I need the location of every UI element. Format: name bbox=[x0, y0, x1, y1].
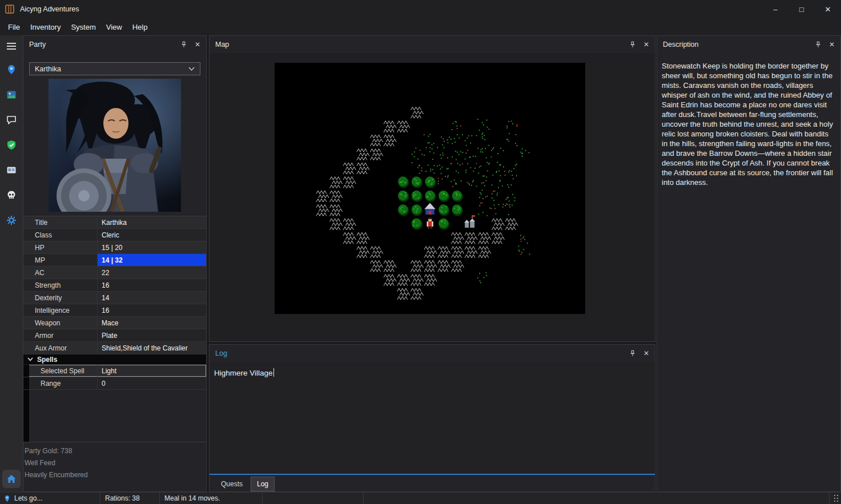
description-view: Stonewatch Keep is holding the border to… bbox=[657, 53, 840, 491]
status-rations-text: Rations: 38 bbox=[105, 494, 140, 502]
map-canvas[interactable] bbox=[275, 63, 585, 314]
skull-button[interactable] bbox=[0, 183, 23, 208]
location-pin-icon bbox=[3, 495, 11, 502]
party-panel-header[interactable]: Party ✕ bbox=[23, 36, 206, 53]
status-empty-section-1 bbox=[263, 493, 364, 504]
log-panel-header[interactable]: Log ✕ bbox=[210, 345, 655, 362]
stat-value[interactable]: 0 bbox=[98, 377, 206, 389]
gear-icon bbox=[6, 215, 17, 225]
map-pin-button[interactable] bbox=[0, 57, 23, 82]
id-card-button[interactable] bbox=[0, 158, 23, 183]
character-select-value: Karthika bbox=[35, 65, 188, 73]
party-footer-well-feed: Well Feed bbox=[23, 457, 206, 469]
minimize-button[interactable]: – bbox=[762, 0, 788, 18]
menu-file[interactable]: File bbox=[3, 20, 25, 34]
stat-row-class[interactable]: ClassCleric bbox=[23, 229, 206, 241]
description-panel-header[interactable]: Description ✕ bbox=[657, 36, 840, 53]
spells-category-row[interactable]: Spells bbox=[23, 354, 206, 365]
status-activity: Lets go... bbox=[0, 493, 100, 504]
settings-button[interactable] bbox=[0, 208, 23, 233]
stat-row-intelligence[interactable]: Intelligence16 bbox=[23, 304, 206, 317]
menu-system[interactable]: System bbox=[66, 20, 100, 34]
home-button[interactable] bbox=[2, 470, 21, 488]
log-tabstrip: QuestsLog bbox=[210, 475, 655, 491]
close-button[interactable]: ✕ bbox=[815, 0, 841, 18]
menu-help[interactable]: Help bbox=[127, 20, 153, 34]
stat-label: Selected Spell bbox=[29, 365, 98, 377]
image-button[interactable] bbox=[0, 82, 23, 107]
stat-value[interactable]: Shield,Shield of the Cavalier bbox=[98, 342, 206, 354]
stat-label: Weapon bbox=[23, 317, 98, 329]
map-view bbox=[210, 53, 655, 341]
stat-value[interactable]: 14 bbox=[98, 292, 206, 304]
log-view[interactable]: Highmere Village QuestsLog bbox=[210, 362, 655, 491]
close-icon[interactable]: ✕ bbox=[829, 41, 835, 48]
map-panel-title: Map bbox=[215, 41, 622, 49]
stat-label: Intelligence bbox=[23, 304, 98, 316]
pin-icon[interactable] bbox=[629, 350, 636, 357]
stat-value[interactable]: Cleric bbox=[98, 229, 206, 241]
title-bar: Aicyng Adventures – □ ✕ bbox=[0, 0, 841, 18]
stat-value[interactable]: Plate bbox=[98, 329, 206, 341]
pin-icon[interactable] bbox=[629, 41, 636, 48]
spell-row-range[interactable]: Range0 bbox=[23, 377, 206, 390]
stat-row-aux-armor[interactable]: Aux ArmorShield,Shield of the Cavalier bbox=[23, 342, 206, 354]
menu-inventory[interactable]: Inventory bbox=[25, 20, 66, 34]
party-footer-party-gold: Party Gold: 738 bbox=[23, 445, 206, 457]
stat-label: Aux Armor bbox=[23, 342, 98, 354]
menu-bar: FileInventorySystemViewHelp bbox=[0, 18, 841, 35]
menu-view[interactable]: View bbox=[101, 20, 127, 34]
pin-icon[interactable] bbox=[815, 41, 822, 48]
stat-label: Title bbox=[23, 216, 98, 228]
map-panel-header[interactable]: Map ✕ bbox=[210, 36, 655, 53]
menu-toggle-button[interactable] bbox=[0, 35, 23, 57]
character-select[interactable]: Karthika bbox=[29, 62, 200, 75]
shield-check-icon bbox=[6, 140, 17, 150]
stat-row-strength[interactable]: Strength16 bbox=[23, 279, 206, 292]
stat-value[interactable]: Light bbox=[98, 365, 206, 377]
party-panel-title: Party bbox=[29, 41, 173, 49]
stat-row-armor[interactable]: ArmorPlate bbox=[23, 329, 206, 342]
description-panel-title: Description bbox=[663, 41, 807, 49]
status-rations: Rations: 38 bbox=[100, 493, 160, 504]
status-activity-text: Lets go... bbox=[14, 494, 42, 502]
stat-label: Class bbox=[23, 229, 98, 241]
maximize-button[interactable]: □ bbox=[788, 0, 815, 18]
category-gutter bbox=[23, 390, 29, 443]
stat-row-mp[interactable]: MP14 | 32 bbox=[23, 254, 206, 267]
stat-label: HP bbox=[23, 241, 98, 253]
stat-row-weapon[interactable]: WeaponMace bbox=[23, 317, 206, 329]
id-card-icon bbox=[6, 165, 17, 175]
stat-row-dexterity[interactable]: Dexterity14 bbox=[23, 292, 206, 304]
chat-button[interactable] bbox=[0, 107, 23, 132]
stat-row-title[interactable]: TitleKarthika bbox=[23, 216, 206, 229]
close-icon[interactable]: ✕ bbox=[195, 41, 200, 48]
stat-value[interactable]: 16 bbox=[98, 304, 206, 316]
map-panel: Map ✕ bbox=[209, 35, 655, 342]
stat-value[interactable]: 14 | 32 bbox=[98, 254, 206, 266]
tab-log[interactable]: Log bbox=[251, 477, 275, 491]
stat-value[interactable]: 16 bbox=[98, 279, 206, 291]
map-pin-icon bbox=[6, 64, 17, 75]
stat-label: Armor bbox=[23, 329, 98, 341]
stat-value[interactable]: Karthika bbox=[98, 216, 206, 228]
stat-row-hp[interactable]: HP15 | 20 bbox=[23, 241, 206, 254]
description-panel: Description ✕ Stonewatch Keep is holding… bbox=[657, 35, 841, 492]
text-cursor bbox=[273, 368, 274, 377]
party-panel: Party ✕ Karthika bbox=[23, 35, 207, 492]
spells-category-label: Spells bbox=[37, 356, 57, 364]
pin-icon[interactable] bbox=[180, 41, 187, 48]
shield-button[interactable] bbox=[0, 132, 23, 158]
stat-value[interactable]: 15 | 20 bbox=[98, 241, 206, 253]
description-text: Stonewatch Keep is holding the border to… bbox=[662, 61, 836, 187]
resize-grip[interactable] bbox=[830, 493, 841, 504]
stat-value[interactable]: Mace bbox=[98, 317, 206, 329]
close-icon[interactable]: ✕ bbox=[643, 350, 649, 357]
spell-row-selected-spell[interactable]: Selected SpellLight bbox=[23, 365, 206, 377]
tab-quests[interactable]: Quests bbox=[215, 477, 249, 491]
stat-row-ac[interactable]: AC22 bbox=[23, 267, 206, 279]
stat-value[interactable]: 22 bbox=[98, 267, 206, 279]
close-icon[interactable]: ✕ bbox=[643, 41, 649, 48]
activity-bar bbox=[0, 35, 23, 492]
stat-label: Dexterity bbox=[23, 292, 98, 304]
